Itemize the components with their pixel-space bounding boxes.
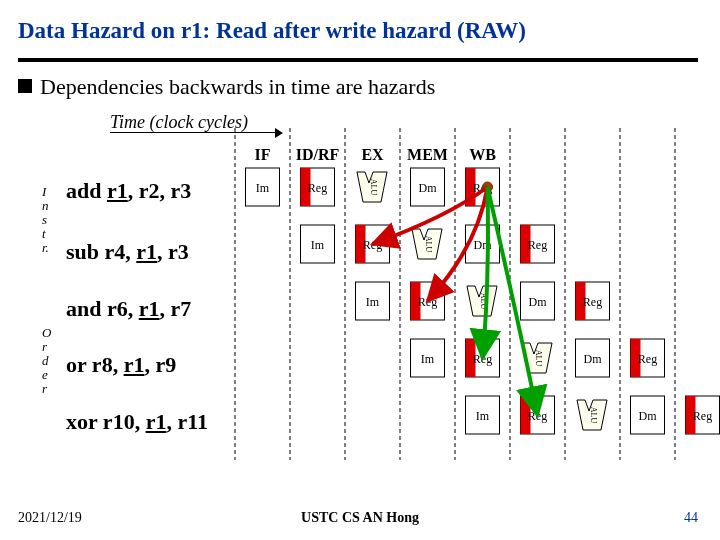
- svg-text:EX: EX: [361, 146, 384, 163]
- svg-text:ALU: ALU: [369, 179, 378, 196]
- svg-text:Im: Im: [311, 238, 325, 252]
- svg-text:Im: Im: [476, 409, 490, 423]
- svg-text:ALU: ALU: [534, 350, 543, 367]
- svg-text:IF: IF: [255, 146, 271, 163]
- svg-text:ALU: ALU: [424, 236, 433, 253]
- pipeline-diagram: IFID/RFEXMEMWB ImRegALUDmRegImRegALUDmRe…: [0, 0, 720, 540]
- svg-text:Reg: Reg: [638, 352, 657, 366]
- svg-text:WB: WB: [469, 146, 496, 163]
- svg-text:Im: Im: [421, 352, 435, 366]
- footer-page: 44: [684, 510, 698, 526]
- svg-text:Dm: Dm: [529, 295, 548, 309]
- svg-text:ID/RF: ID/RF: [296, 146, 340, 163]
- svg-text:Dm: Dm: [419, 181, 438, 195]
- svg-text:Reg: Reg: [583, 295, 602, 309]
- svg-text:Dm: Dm: [639, 409, 658, 423]
- svg-text:Reg: Reg: [693, 409, 712, 423]
- svg-text:Reg: Reg: [528, 238, 547, 252]
- svg-text:MEM: MEM: [407, 146, 448, 163]
- slide: Data Hazard on r1: Read after write haza…: [0, 0, 720, 540]
- svg-text:Reg: Reg: [308, 181, 327, 195]
- svg-text:Im: Im: [366, 295, 380, 309]
- svg-text:ALU: ALU: [589, 407, 598, 424]
- svg-text:Reg: Reg: [418, 295, 437, 309]
- footer-center: USTC CS AN Hong: [0, 510, 720, 526]
- svg-text:Dm: Dm: [584, 352, 603, 366]
- svg-text:Im: Im: [256, 181, 270, 195]
